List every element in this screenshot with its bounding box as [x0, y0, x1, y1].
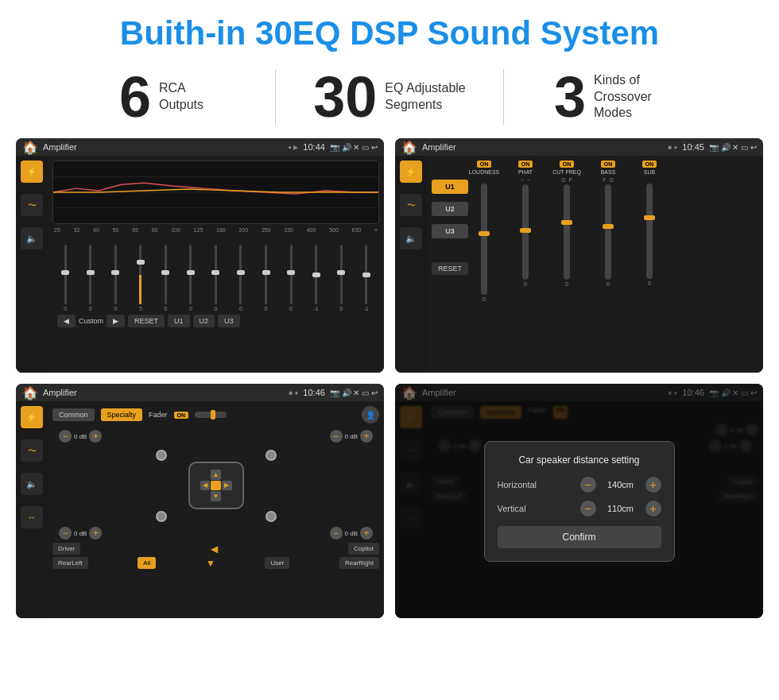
eq-slider-1[interactable]: 0 [54, 245, 77, 311]
eq-u3-btn[interactable]: U3 [218, 315, 240, 327]
fader-rearleft-btn[interactable]: RearLeft [52, 557, 88, 569]
crossover-icon-speaker[interactable]: 🔈 [400, 227, 422, 249]
phat-slider[interactable] [522, 184, 529, 280]
u2-btn[interactable]: U2 [432, 202, 468, 216]
home-icon-2[interactable]: 🏠 [401, 140, 417, 155]
car-left-btn[interactable]: ◀ [200, 481, 211, 491]
vol-plus-br[interactable]: + [360, 527, 373, 540]
horizontal-minus-btn[interactable]: − [580, 477, 596, 493]
vol-plus-tr[interactable]: + [360, 430, 373, 443]
status-icons-2: 📷 🔊 ✕ ▭ ↩ [709, 143, 757, 152]
car-up-btn[interactable]: ▲ [211, 470, 221, 480]
fader-slider-h[interactable] [195, 412, 227, 418]
play-dot-3: ■ ● [289, 389, 298, 396]
cutfreq-slider[interactable] [564, 184, 570, 280]
eq-slider-4[interactable]: 5 [130, 245, 153, 311]
u3-btn[interactable]: U3 [432, 224, 468, 238]
eq-content: ⚡ 〜 🔈 [16, 156, 384, 373]
speaker-br [265, 511, 277, 522]
home-icon-3[interactable]: 🏠 [22, 385, 38, 400]
vol-minus-bl[interactable]: − [59, 527, 72, 540]
crossover-icon-wave[interactable]: 〜 [400, 194, 422, 216]
status-icons-1: 📷 🔊 ✕ ▭ ↩ [330, 143, 378, 152]
play-dot-2: ■ ● [668, 144, 677, 151]
fader-nav-left[interactable]: ◀ [211, 543, 218, 555]
vol-minus-br[interactable]: − [330, 527, 343, 540]
fader-icon-wave[interactable]: 〜 [21, 439, 43, 462]
car-right-btn[interactable]: ▶ [222, 481, 232, 491]
loudness-slider[interactable] [481, 184, 487, 295]
eq-slider-13[interactable]: -1 [355, 245, 378, 311]
fader-rearright-btn[interactable]: RearRight [339, 557, 379, 569]
fader-driver-btn[interactable]: Driver [52, 543, 80, 555]
home-icon-1[interactable]: 🏠 [22, 140, 38, 155]
eq-icon-speaker[interactable]: 🔈 [21, 227, 43, 249]
fader-label: Fader [149, 411, 168, 419]
fader-all-btn[interactable]: All [138, 557, 156, 569]
bass-slider[interactable] [605, 184, 611, 280]
freq-200: 200 [238, 227, 248, 233]
fader-user-btn[interactable]: User [265, 557, 289, 569]
stat-crossover: 3 Kinds ofCrossover Modes [504, 68, 731, 126]
vertical-plus-btn[interactable]: + [645, 501, 661, 516]
horizontal-value: 140cm [601, 480, 641, 489]
vol-minus-tr[interactable]: − [330, 430, 343, 443]
ctrl-loudness: ON LOUDNESS 0 [467, 160, 502, 302]
eq-icon-wave[interactable]: 〜 [21, 194, 43, 216]
status-title-2: Amplifier [422, 142, 663, 152]
status-bar-2: 🏠 Amplifier ■ ● 10:45 📷 🔊 ✕ ▭ ↩ [395, 138, 763, 156]
eq-prev-btn[interactable]: ◀ [57, 315, 76, 327]
fader-copilot-btn[interactable]: Copilot [348, 543, 379, 555]
eq-reset-btn[interactable]: RESET [128, 315, 165, 327]
car-diagram-area: ▲ ◀ ▶ ▼ [52, 446, 379, 525]
eq-slider-9[interactable]: 0 [254, 245, 277, 311]
eq-slider-10[interactable]: 0 [280, 245, 303, 311]
dialog-title: Car speaker distance setting [498, 454, 661, 466]
eq-u1-btn[interactable]: U1 [168, 315, 190, 327]
freq-400: 400 [307, 227, 316, 233]
eq-play-btn[interactable]: ▶ [107, 315, 125, 327]
sub-slider[interactable] [646, 184, 653, 279]
fader-icon-arrows[interactable]: ↔ [21, 506, 43, 528]
vertical-minus-btn[interactable]: − [580, 501, 596, 516]
play-dot-1: ● ▶ [288, 144, 298, 151]
stat-number-crossover: 3 [554, 68, 586, 126]
dialog-vertical-row: Vertical − 110cm + [498, 501, 661, 516]
dialog-horizontal-row: Horizontal − 140cm + [498, 477, 661, 493]
vol-plus-bl[interactable]: + [89, 527, 102, 540]
eq-slider-12[interactable]: 0 [330, 245, 353, 311]
dialog-horizontal-stepper: − 140cm + [580, 477, 661, 493]
vol-ctrl-tl: − 0 dB + [59, 430, 102, 443]
eq-slider-2[interactable]: 0 [79, 245, 103, 311]
fader-specialty-btn[interactable]: Specialty [101, 408, 143, 421]
car-down-btn[interactable]: ▼ [211, 491, 221, 501]
eq-graph [52, 160, 379, 224]
eq-slider-3[interactable]: 0 [104, 245, 127, 311]
crossover-reset-btn[interactable]: RESET [432, 262, 468, 275]
eq-slider-6[interactable]: 0 [180, 245, 203, 311]
page-title: Buith-in 30EQ DSP Sound System [0, 0, 779, 60]
fader-icon-speaker[interactable]: 🔈 [21, 473, 43, 495]
confirm-button[interactable]: Confirm [498, 526, 661, 548]
horizontal-plus-btn[interactable]: + [645, 477, 661, 493]
fader-common-btn[interactable]: Common [52, 408, 95, 421]
ctrl-cutfreq: ON CUT FREQ GF 0 [549, 160, 584, 287]
status-time-1: 10:44 [303, 142, 325, 152]
stat-number-rca: 6 [119, 68, 151, 126]
fader-on-badge: ON [174, 412, 189, 419]
eq-slider-5[interactable]: 0 [154, 245, 177, 311]
eq-slider-7[interactable]: 0 [204, 245, 227, 311]
fader-avatar: 👤 [362, 406, 379, 423]
eq-u2-btn[interactable]: U2 [193, 315, 215, 327]
fader-icon-eq[interactable]: ⚡ [21, 406, 43, 428]
fader-nav-down[interactable]: ▼ [206, 558, 215, 569]
speaker-tl [156, 450, 167, 461]
eq-slider-11[interactable]: -1 [304, 245, 327, 311]
crossover-icon-eq[interactable]: ⚡ [400, 160, 422, 183]
u1-btn[interactable]: U1 [432, 180, 468, 194]
vol-plus-tl[interactable]: + [89, 430, 102, 443]
eq-icon-eq[interactable]: ⚡ [21, 160, 43, 183]
eq-slider-8[interactable]: 0 [230, 245, 253, 311]
vol-val-tr: 0 dB [345, 433, 358, 440]
vol-minus-tl[interactable]: − [59, 430, 72, 443]
